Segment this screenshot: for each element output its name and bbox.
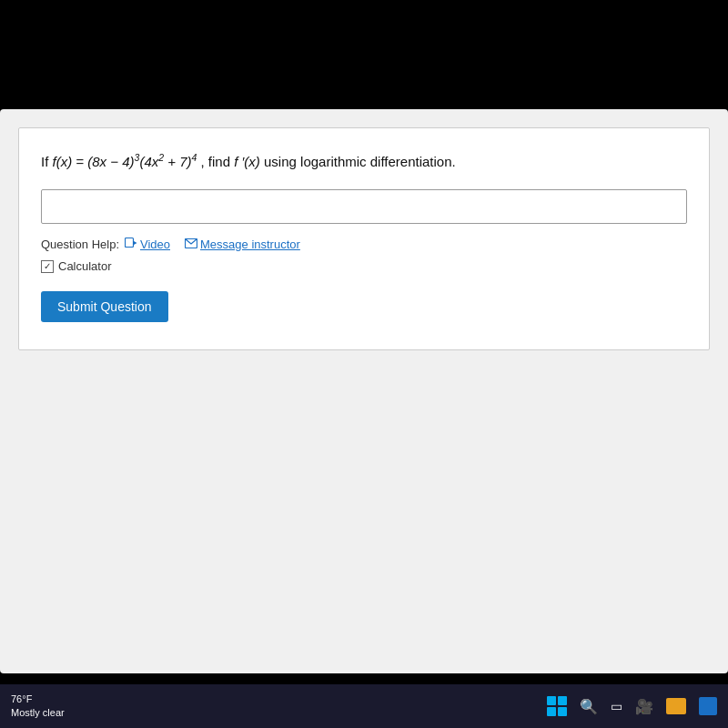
video-icon xyxy=(125,237,137,252)
question-formula: f(x) = (8x − 4)3(4x2 + 7)4 xyxy=(53,154,201,169)
question-prefix: If xyxy=(41,154,53,169)
search-icon[interactable]: 🔍 xyxy=(580,698,598,715)
message-icon xyxy=(185,238,197,251)
svg-rect-0 xyxy=(126,238,134,248)
message-instructor-text: Message instructor xyxy=(200,238,300,251)
camera-icon[interactable]: 🎥 xyxy=(635,698,653,715)
app-icon[interactable] xyxy=(699,697,717,715)
calculator-label: Calculator xyxy=(58,259,112,273)
taskbar: 76°F Mostly clear 🔍 ▭ 🎥 xyxy=(0,684,728,728)
question-container: If f(x) = (8x − 4)3(4x2 + 7)4 , find f ′… xyxy=(18,127,710,350)
svg-marker-1 xyxy=(134,241,137,245)
video-link[interactable]: Video xyxy=(125,237,170,252)
answer-input[interactable] xyxy=(41,189,687,224)
help-label: Question Help: xyxy=(41,238,119,251)
message-instructor-link[interactable]: Message instructor xyxy=(185,238,300,251)
taskview-icon[interactable]: ▭ xyxy=(611,699,622,713)
main-screen: If f(x) = (8x − 4)3(4x2 + 7)4 , find f ′… xyxy=(0,109,728,673)
question-suffix: , find f ′(x) using logarithmic differen… xyxy=(201,154,456,169)
question-text: If f(x) = (8x − 4)3(4x2 + 7)4 , find f ′… xyxy=(41,150,687,173)
folder-icon[interactable] xyxy=(666,698,686,714)
calculator-row: ✓ Calculator xyxy=(41,259,687,273)
calculator-checkbox[interactable]: ✓ xyxy=(41,260,54,273)
submit-question-button[interactable]: Submit Question xyxy=(41,291,168,322)
weather-temp: 76°F xyxy=(11,693,65,706)
video-link-text: Video xyxy=(140,238,170,251)
taskbar-weather: 76°F Mostly clear xyxy=(11,693,65,721)
windows-icon[interactable] xyxy=(547,696,567,716)
taskbar-icons: 🔍 ▭ 🎥 xyxy=(547,696,717,716)
check-mark: ✓ xyxy=(44,261,51,271)
weather-condition: Mostly clear xyxy=(11,706,65,720)
question-help-row: Question Help: Video xyxy=(41,237,687,252)
